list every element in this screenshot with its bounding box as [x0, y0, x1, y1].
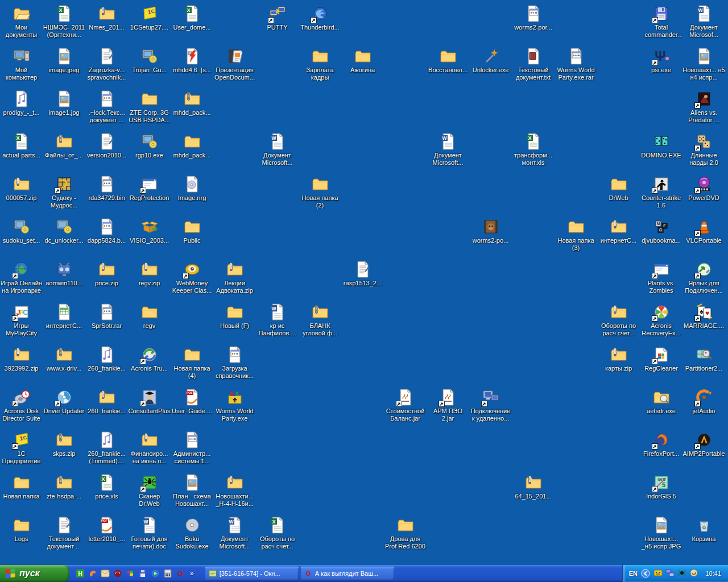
- desktop-icon[interactable]: PowerDVD: [682, 175, 725, 202]
- desktop-icon[interactable]: Восстановл...: [427, 47, 469, 74]
- desktop-icon[interactable]: 260_frankie... (Trimmed)....: [85, 431, 128, 465]
- desktop-icon[interactable]: Trojan_Gu...: [128, 47, 171, 74]
- desktop-icon[interactable]: WДокумент Microsoft...: [427, 132, 469, 167]
- desktop-icon[interactable]: Длинные нарды 2.0: [682, 132, 725, 167]
- desktop-icon[interactable]: zte-hsdpa-...: [43, 473, 85, 500]
- desktop-icon[interactable]: Worms World Party.exe: [213, 388, 256, 422]
- desktop-icon[interactable]: Thunderbird...: [299, 5, 341, 31]
- desktop-icon[interactable]: Финансиро... на июнь п...: [128, 431, 171, 465]
- desktop-icon[interactable]: Logs: [0, 516, 43, 543]
- desktop-icon[interactable]: Acronis RecoveryEx...: [640, 303, 682, 337]
- desktop[interactable]: Мои документыXНШМЭС- 2011 (Оргтехни...Nm…: [0, 0, 728, 565]
- desktop-icon[interactable]: Новая папка (3): [555, 218, 597, 252]
- desktop-icon[interactable]: WДокумент Microsof...: [682, 5, 725, 39]
- task-button[interactable]: OА как выглядит Ваш...: [301, 567, 394, 580]
- desktop-icon[interactable]: Aliens vs. Predator ...: [682, 90, 725, 124]
- desktop-icon[interactable]: Новый (F): [213, 303, 256, 330]
- desktop-icon[interactable]: Текстовый документ ...: [43, 516, 85, 550]
- desktop-icon[interactable]: Загрузка справочник...: [213, 346, 256, 380]
- desktop-icon[interactable]: Мои документы: [0, 5, 43, 39]
- quick-launch-messenger[interactable]: [125, 568, 135, 579]
- desktop-icon[interactable]: Zagruzka-v... spravochnik...: [85, 47, 128, 81]
- quick-launch-punto-switcher[interactable]: H: [75, 568, 85, 579]
- quick-launch-download-master[interactable]: [88, 568, 98, 579]
- desktop-icon[interactable]: Xтрансформ... монт.xls: [512, 132, 555, 167]
- desktop-icon[interactable]: Counter-strike 1.6: [640, 175, 682, 209]
- desktop-icon[interactable]: Презентация OpenDocum...: [213, 47, 256, 81]
- desktop-icon[interactable]: БЛАНК угловой ф...: [299, 303, 341, 337]
- desktop-icon[interactable]: 1С1С Предприятие: [0, 431, 43, 465]
- desktop-icon[interactable]: regv.zip: [128, 260, 171, 287]
- desktop-icon[interactable]: Текстовый документ.txt: [512, 47, 555, 81]
- desktop-icon[interactable]: SprSotr.rar: [85, 303, 128, 330]
- desktop-icon[interactable]: Xprice.xls: [85, 473, 128, 500]
- desktop-icon[interactable]: Новошахт... н5 н4 испр...: [682, 47, 725, 81]
- desktop-icon[interactable]: Acronis Disk Director Suite: [0, 388, 43, 422]
- desktop-icon[interactable]: version2010...: [85, 132, 128, 159]
- desktop-icon[interactable]: 260_frankie...: [85, 346, 128, 372]
- desktop-icon[interactable]: JPCИгры MyPlayCity: [0, 303, 43, 337]
- desktop-icon[interactable]: Acronis Tru...: [128, 346, 171, 372]
- desktop-icon[interactable]: ♠♥MARRIAGE....: [682, 303, 725, 330]
- desktop-icon[interactable]: 260_frankie...: [85, 388, 128, 415]
- desktop-icon[interactable]: regv: [128, 303, 171, 330]
- tray-download-manager[interactable]: [689, 568, 698, 579]
- desktop-icon[interactable]: rda34729.bin: [85, 175, 128, 202]
- desktop-icon[interactable]: ♻Корзина: [682, 516, 725, 543]
- tray-network[interactable]: [665, 568, 675, 579]
- quick-launch-opera[interactable]: O: [175, 568, 185, 579]
- desktop-icon[interactable]: XUser_dome...: [171, 5, 213, 31]
- desktop-icon[interactable]: PUTTY: [256, 5, 299, 31]
- desktop-icon[interactable]: Unlocker.exe: [469, 47, 512, 74]
- desktop-icon[interactable]: mhdd_pack...: [171, 90, 213, 117]
- desktop-icon[interactable]: Новая папка (4): [171, 346, 213, 380]
- desktop-icon[interactable]: Лекции Адвоката.zip: [213, 260, 256, 294]
- desktop-icon[interactable]: Обороты по расч счет...: [597, 303, 640, 337]
- desktop-icon[interactable]: skps.zip: [43, 431, 85, 458]
- desktop-icon[interactable]: worms2-po...: [469, 218, 512, 244]
- desktop-icon[interactable]: price.zip: [85, 260, 128, 287]
- desktop-icon[interactable]: PDFletter2010_...: [85, 516, 128, 543]
- desktop-icon[interactable]: PDFUser_Guide....: [171, 388, 213, 415]
- desktop-icon[interactable]: RegProtection: [128, 175, 171, 202]
- desktop-icon[interactable]: Новая папка: [0, 473, 43, 500]
- desktop-icon[interactable]: Ажогина: [341, 47, 384, 74]
- desktop-icon[interactable]: Driver Updater: [43, 388, 85, 415]
- desktop-icon[interactable]: АРМ ПЭО 2.jar: [427, 388, 469, 422]
- desktop-icon[interactable]: Судоку - Мудрос...: [43, 175, 85, 209]
- desktop-icon[interactable]: Worms World Party.exe.rar: [555, 47, 597, 81]
- desktop-icon[interactable]: Xactual-parts...: [0, 132, 43, 159]
- desktop-icon[interactable]: sudoku_set...: [0, 218, 43, 244]
- desktop-icon[interactable]: WДокумент Microsoft...: [256, 132, 299, 167]
- desktop-icon[interactable]: WДокумент Microsoft...: [213, 516, 256, 550]
- desktop-icon[interactable]: 1С1CSetup27....: [128, 5, 171, 31]
- desktop-icon[interactable]: План - схема Новошахт...: [171, 473, 213, 508]
- desktop-icon[interactable]: RegCleaner: [640, 346, 682, 372]
- desktop-icon[interactable]: карты.zip: [597, 346, 640, 372]
- desktop-icon[interactable]: Зарплата кадры: [299, 47, 341, 81]
- task-button[interactable]: [351-616-574] - Окн...: [205, 567, 299, 580]
- desktop-icon[interactable]: XОбороты по расч счет...: [256, 516, 299, 550]
- quick-launch-mail-client[interactable]: [100, 568, 110, 579]
- desktop-icon[interactable]: Сканер Dr.Web: [128, 473, 171, 508]
- desktop-icon[interactable]: .~lock.Текс... документ ...: [85, 90, 128, 124]
- desktop-icon[interactable]: Стоимостной Баланс.jar: [384, 388, 427, 422]
- desktop-icon[interactable]: image.jpeg: [43, 47, 85, 74]
- desktop-icon[interactable]: Новая папка (2): [299, 175, 341, 209]
- quick-launch-media-player[interactable]: [150, 568, 160, 579]
- desktop-icon[interactable]: VISIO_2003...: [128, 218, 171, 244]
- desktop-icon[interactable]: Дрова для Prof Red 6200: [384, 516, 427, 550]
- desktop-icon[interactable]: Nmes_201...: [85, 5, 128, 31]
- desktop-icon[interactable]: ConsultantPlus: [128, 388, 171, 415]
- tray-punto-keyboard[interactable]: [653, 568, 663, 579]
- desktop-icon[interactable]: www.x-driv...: [43, 346, 85, 372]
- desktop-icon[interactable]: mhdd_pack...: [171, 132, 213, 159]
- desktop-icon[interactable]: dc_unlocker...: [43, 218, 85, 244]
- desktop-icon[interactable]: AIMP2Portable: [682, 431, 725, 458]
- desktop-icon[interactable]: Администр... системы 1...: [171, 431, 213, 465]
- desktop-icon[interactable]: Image.nrg: [171, 175, 213, 202]
- tray-drweb[interactable]: [677, 568, 686, 579]
- desktop-icon[interactable]: mhdd4.6_[s...: [171, 47, 213, 74]
- desktop-icon[interactable]: интернетС...: [43, 303, 85, 330]
- hide-tray-icons-chevron-icon[interactable]: [641, 569, 650, 578]
